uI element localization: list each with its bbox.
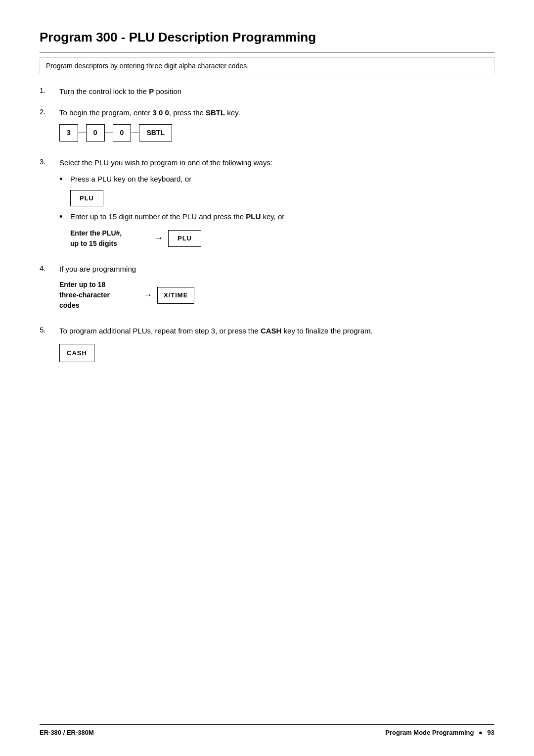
step-3-content: Select the PLU you wish to program in on… <box>59 157 494 254</box>
step-2-number: 2. <box>40 107 59 116</box>
step-3: 3. Select the PLU you wish to program in… <box>40 157 494 254</box>
plu-key-2: PLU <box>168 230 201 247</box>
key-sequence-300: 3 0 0 SBTL <box>59 124 494 142</box>
cash-key: CASH <box>59 344 94 363</box>
plu-key-1: PLU <box>70 190 103 207</box>
step-5: 5. To program additional PLUs, repeat fr… <box>40 326 494 362</box>
subtitle-text: Program descriptors by entering three di… <box>46 62 249 70</box>
page-footer: ER-380 / ER-380M Program Mode Programmin… <box>40 724 494 736</box>
separator-3 <box>131 133 139 134</box>
page-title: Program 300 - PLU Description Programmin… <box>40 30 494 45</box>
xtime-arrow-label: Enter up to 18 three-character codes <box>59 280 138 311</box>
plu-arrow-icon: → <box>154 232 163 245</box>
subtitle-box: Program descriptors by entering three di… <box>40 57 494 74</box>
cash-key-block: CASH <box>59 344 494 363</box>
plu-key-block-1: PLU <box>70 190 494 207</box>
step-3-number: 3. <box>40 157 59 166</box>
separator-2 <box>104 133 113 134</box>
plu-arrow-row: Enter the PLU#, up to 15 digits → PLU <box>70 228 494 249</box>
step-2-content: To begin the program, enter 3 0 0, press… <box>59 107 494 148</box>
bullet-dot-1: • <box>59 174 70 185</box>
footer-bullet: ● <box>479 729 483 736</box>
key-sbtl: SBTL <box>139 124 172 142</box>
bullet-text-1: Press a PLU key on the keyboard, or <box>70 174 191 185</box>
key-0a: 0 <box>86 124 105 142</box>
key-0b: 0 <box>113 124 132 142</box>
bullet-dot-2: • <box>59 211 70 223</box>
title-divider <box>40 52 494 52</box>
step-5-content: To program additional PLUs, repeat from … <box>59 326 494 362</box>
footer-section: Program Mode Programming ● 93 <box>385 729 494 736</box>
step-1: 1. Turn the control lock to the P positi… <box>40 86 494 97</box>
step-5-number: 5. <box>40 326 59 334</box>
plu-arrow-label: Enter the PLU#, up to 15 digits <box>70 228 149 249</box>
step-2: 2. To begin the program, enter 3 0 0, pr… <box>40 107 494 148</box>
step-1-content: Turn the control lock to the P position <box>59 86 494 97</box>
page-container: Program 300 - PLU Description Programmin… <box>0 0 534 756</box>
step-4: 4. If you are programming Enter up to 18… <box>40 264 494 316</box>
key-3: 3 <box>59 124 78 142</box>
footer-page-number: 93 <box>488 729 494 736</box>
bullet-item-1: • Press a PLU key on the keyboard, or <box>59 174 494 185</box>
xtime-arrow-icon: → <box>143 288 152 302</box>
bullet-text-2: Enter up to 15 digit number of the PLU a… <box>70 211 284 223</box>
xtime-arrow-row: Enter up to 18 three-character codes → X… <box>59 280 494 311</box>
bullet-item-2: • Enter up to 15 digit number of the PLU… <box>59 211 494 223</box>
step-4-number: 4. <box>40 264 59 272</box>
footer-model: ER-380 / ER-380M <box>40 729 94 736</box>
bullet-section-3: • Press a PLU key on the keyboard, or PL… <box>59 174 494 249</box>
separator-1 <box>78 133 87 134</box>
footer-section-label: Program Mode Programming <box>385 729 474 736</box>
step-1-number: 1. <box>40 86 59 94</box>
xtime-key: X/TIME <box>157 287 194 304</box>
step-4-content: If you are programming Enter up to 18 th… <box>59 264 494 316</box>
